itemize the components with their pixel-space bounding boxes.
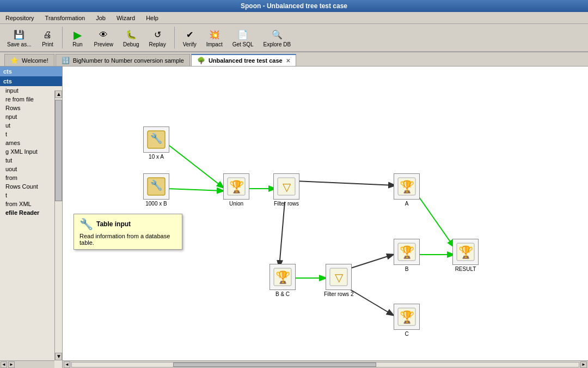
sidebar-scroll-down[interactable]: ▼ xyxy=(55,353,62,360)
tab-welcome-icon: ⭐ xyxy=(10,57,19,64)
replay-button[interactable]: ↺ Replay xyxy=(145,27,170,49)
print-label: Print xyxy=(42,41,53,47)
sidebar-header-2[interactable]: cts xyxy=(0,76,62,86)
tab-welcome[interactable]: ⭐ Welcome! xyxy=(4,54,54,66)
node-b[interactable]: 🏆 B xyxy=(394,239,420,272)
scroll-right-btn[interactable]: ► xyxy=(580,361,587,368)
svg-text:🔧: 🔧 xyxy=(150,179,163,191)
sidebar-right-btn[interactable]: ► xyxy=(8,361,15,368)
sidebar-item-from[interactable]: from xyxy=(0,173,62,182)
node-result[interactable]: 🏆 RESULT xyxy=(452,239,479,272)
sidebar-item-rows-count[interactable]: Rows Count xyxy=(0,182,62,191)
node-10xa[interactable]: 🔧 10 x A xyxy=(143,126,169,160)
sidebar-item-from-xml[interactable]: from XML xyxy=(0,200,62,208)
node-1000xb-icon: 🔧 xyxy=(143,173,169,200)
node-10xa-label: 10 x A xyxy=(149,154,164,160)
node-union[interactable]: 🏆 Union xyxy=(223,173,249,207)
node-1000xb[interactable]: 🔧 1000 x B xyxy=(143,173,169,207)
run-icon: ▶ xyxy=(71,28,84,41)
explore-db-label: Explore DB xyxy=(264,41,291,47)
node-bc-icon: 🏆 xyxy=(270,264,296,290)
sidebar-item-xml-input[interactable]: g XML Input xyxy=(0,147,62,156)
tab-bignumber[interactable]: 🔢 BigNumber to Number conversion sample xyxy=(56,54,190,66)
sidebar-item-nput[interactable]: nput xyxy=(0,112,62,121)
node-c[interactable]: 🏆 C xyxy=(394,304,420,337)
menu-transformation[interactable]: Transformation xyxy=(42,14,89,22)
toolbar: 💾 Save as... 🖨 Print ▶ Run 👁 Preview 🐛 D… xyxy=(0,24,588,52)
get-sql-icon: 📄 xyxy=(236,28,249,41)
get-sql-label: Get SQL xyxy=(232,41,254,47)
sidebar-item-ames[interactable]: ames xyxy=(0,138,62,147)
get-sql-button[interactable]: 📄 Get SQL xyxy=(229,27,258,49)
node-bc[interactable]: 🏆 B & C xyxy=(270,264,296,297)
svg-text:🏆: 🏆 xyxy=(229,179,244,194)
save-as-button[interactable]: 💾 Save as... xyxy=(3,27,35,49)
sidebar-item-t[interactable]: t xyxy=(0,130,62,138)
explore-db-icon: 🔍 xyxy=(271,28,284,41)
print-icon: 🖨 xyxy=(41,28,54,41)
scroll-thumb xyxy=(173,363,376,367)
node-a[interactable]: 🏆 A xyxy=(394,173,420,207)
sidebar-scroll-thumb xyxy=(55,100,62,202)
sidebar-item-input[interactable]: input xyxy=(0,86,62,95)
save-as-label: Save as... xyxy=(7,41,31,47)
preview-label: Preview xyxy=(94,41,113,47)
svg-text:🏆: 🏆 xyxy=(400,245,415,260)
sidebar-left-btn[interactable]: ◄ xyxy=(1,361,7,368)
svg-line-3 xyxy=(296,181,395,185)
impact-button[interactable]: 💥 Impact xyxy=(203,27,226,49)
explore-db-button[interactable]: 🔍 Explore DB xyxy=(260,27,295,49)
node-result-icon: 🏆 xyxy=(452,239,479,265)
svg-text:🔧: 🔧 xyxy=(150,132,163,144)
save-as-icon: 💾 xyxy=(13,28,26,41)
verify-icon: ✔ xyxy=(183,28,196,41)
tab-unbalanced[interactable]: 🌳 Unbalanced tree test case ✕ xyxy=(191,54,296,66)
impact-label: Impact xyxy=(206,41,223,47)
node-filterrows2-label: Filter rows 2 xyxy=(324,291,353,297)
toolbar-separator-1 xyxy=(62,27,63,49)
tab-close-button[interactable]: ✕ xyxy=(286,58,290,64)
sidebar: cts cts input re from file Rows nput ut … xyxy=(0,67,63,368)
scroll-track[interactable] xyxy=(71,362,579,367)
menu-help[interactable]: Help xyxy=(143,14,162,22)
debug-button[interactable]: 🐛 Debug xyxy=(119,27,143,49)
node-filterrows2[interactable]: ▽ Filter rows 2 xyxy=(324,264,353,297)
tab-unbalanced-label: Unbalanced tree test case xyxy=(209,57,283,64)
verify-button[interactable]: ✔ Verify xyxy=(179,27,200,49)
sidebar-item-ut[interactable]: ut xyxy=(0,121,62,130)
sidebar-bottom-scroll: ◄ ► xyxy=(0,360,54,368)
tooltip: 🔧 Table input Read information from a da… xyxy=(74,214,182,250)
sidebar-item-re-from-file[interactable]: re from file xyxy=(0,95,62,104)
replay-label: Replay xyxy=(149,41,166,47)
print-button[interactable]: 🖨 Print xyxy=(37,27,58,49)
sidebar-header-1[interactable]: cts xyxy=(0,67,62,76)
sidebar-item-t2[interactable]: t xyxy=(0,191,62,200)
sidebar-item-rows[interactable]: Rows xyxy=(0,104,62,112)
node-a-icon: 🏆 xyxy=(394,173,420,200)
menu-repository[interactable]: Repository xyxy=(2,14,38,22)
node-filterrows[interactable]: ▽ Filter rows xyxy=(273,173,299,207)
debug-label: Debug xyxy=(123,41,139,47)
menu-wizard[interactable]: Wizard xyxy=(113,14,138,22)
tab-bignumber-label: BigNumber to Number conversion sample xyxy=(73,57,184,64)
sidebar-item-uout[interactable]: uout xyxy=(0,165,62,173)
title-bar: Spoon - Unbalanced tree test case xyxy=(0,0,588,12)
preview-button[interactable]: 👁 Preview xyxy=(90,27,117,49)
menu-job[interactable]: Job xyxy=(93,14,109,22)
tooltip-title: 🔧 Table input xyxy=(79,218,176,231)
run-button[interactable]: ▶ Run xyxy=(67,27,88,49)
sidebar-scroll-up[interactable]: ▲ xyxy=(55,91,62,98)
svg-text:🏆: 🏆 xyxy=(275,270,291,285)
svg-text:▽: ▽ xyxy=(283,181,291,193)
sidebar-scroll-track xyxy=(55,98,62,353)
node-1000xb-label: 1000 x B xyxy=(145,201,167,207)
verify-label: Verify xyxy=(183,41,197,47)
sidebar-item-efilereader[interactable]: efile Reader xyxy=(0,208,62,217)
sidebar-item-tut[interactable]: tut xyxy=(0,156,62,165)
canvas-scrollbar: ◄ ► xyxy=(63,360,588,368)
canvas-area[interactable]: 🔧 10 x A 🔧 1000 x B 🏆 Uni xyxy=(63,67,588,368)
svg-text:🏆: 🏆 xyxy=(400,179,415,194)
svg-line-4 xyxy=(279,202,285,267)
scroll-left-btn[interactable]: ◄ xyxy=(64,361,70,368)
node-b-icon: 🏆 xyxy=(394,239,420,265)
